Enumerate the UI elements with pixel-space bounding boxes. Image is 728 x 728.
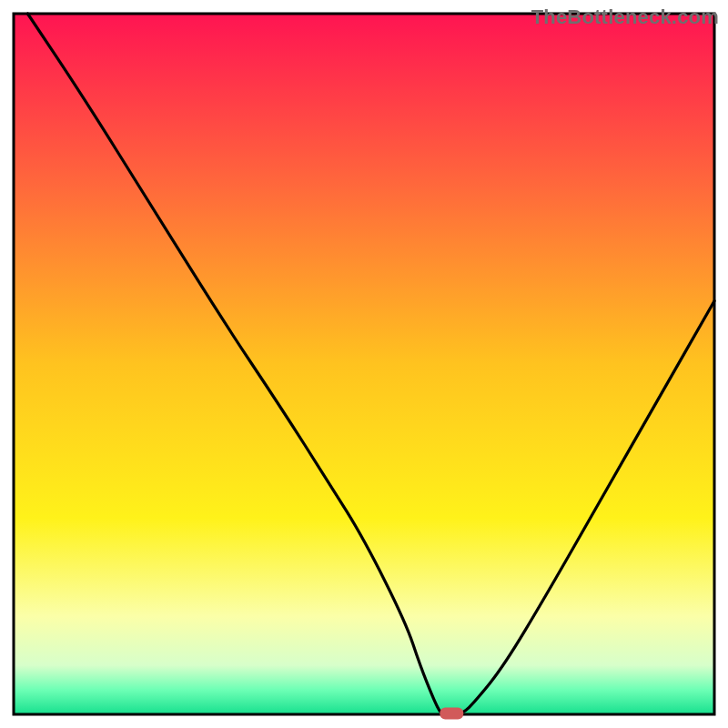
optimal-marker — [440, 708, 463, 720]
plot-background — [14, 14, 714, 714]
watermark-label: TheBottleneck.com — [531, 5, 719, 29]
chart-svg — [0, 0, 728, 728]
bottleneck-chart: TheBottleneck.com — [0, 0, 728, 728]
